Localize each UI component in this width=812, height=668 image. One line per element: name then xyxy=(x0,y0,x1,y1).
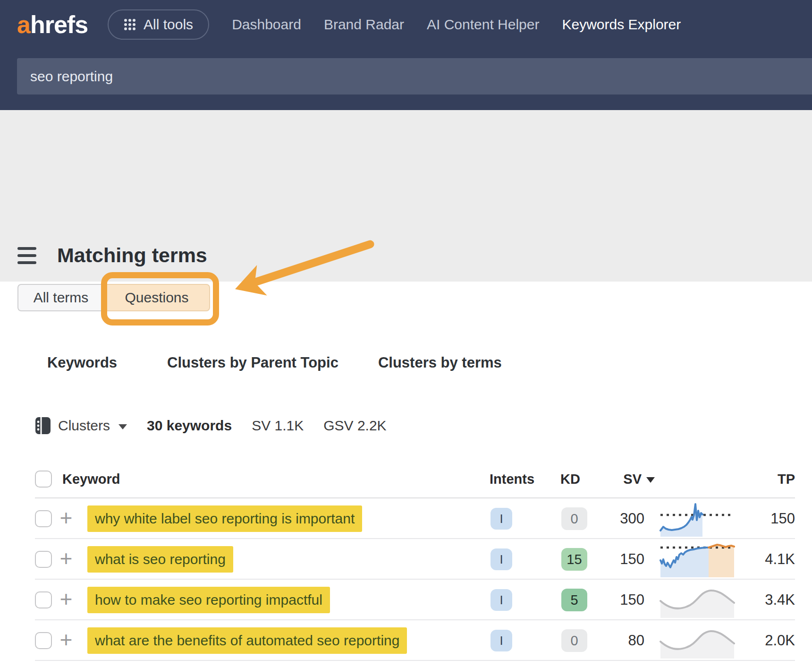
menu-icon[interactable] xyxy=(17,247,36,264)
row-checkbox[interactable] xyxy=(35,632,52,649)
trend-sparkline xyxy=(660,501,735,537)
header-kd[interactable]: KD xyxy=(556,471,593,487)
keyword-search-input[interactable] xyxy=(17,58,812,94)
tp-value: 4.1K xyxy=(735,551,795,568)
header-intents[interactable]: Intents xyxy=(490,471,556,487)
tp-value: 2.0K xyxy=(735,632,795,649)
results-tabs: Keywords Clusters by Parent Topic Cluste… xyxy=(17,334,812,392)
logo-letter-a: a xyxy=(17,11,30,38)
grid-icon xyxy=(124,18,136,31)
page-title: Matching terms xyxy=(57,244,207,267)
intent-badge[interactable]: I xyxy=(491,589,512,611)
select-all-checkbox[interactable] xyxy=(35,471,52,488)
intent-badge[interactable]: I xyxy=(491,630,512,651)
row-checkbox[interactable] xyxy=(35,510,52,527)
tab-clusters-by-terms[interactable]: Clusters by terms xyxy=(358,334,522,392)
trend-sparkline xyxy=(660,663,735,668)
table-row: + how to make seo reporting impactful I … xyxy=(17,580,795,620)
nav-link-ai-content-helper[interactable]: AI Content Helper xyxy=(427,17,539,33)
kd-badge: 5 xyxy=(561,589,587,611)
tp-value: 150 xyxy=(735,510,795,527)
clusters-panel-icon xyxy=(34,416,51,436)
table-row: + how to do seo reporting I 15 60 3.4K xyxy=(17,661,795,668)
row-checkbox[interactable] xyxy=(35,591,52,608)
chevron-down-icon xyxy=(118,424,127,429)
all-terms-button[interactable]: All terms xyxy=(17,284,103,311)
kd-badge: 15 xyxy=(561,548,587,571)
keyword-link[interactable]: how to make seo reporting impactful xyxy=(87,587,330,613)
nav-link-brand-radar[interactable]: Brand Radar xyxy=(324,17,404,33)
trend-sparkline xyxy=(660,623,735,659)
table-row: + why white label seo reporting is impor… xyxy=(17,498,795,539)
keywords-table: Keyword Intents KD SV TP + why white lab… xyxy=(17,460,795,668)
sv-value: 150 xyxy=(593,591,655,608)
kd-badge: 0 xyxy=(561,507,587,530)
add-keyword-icon[interactable]: + xyxy=(60,631,73,648)
trend-sparkline xyxy=(660,541,735,577)
sv-total: SV 1.1K xyxy=(252,418,304,434)
kd-badge: 0 xyxy=(561,629,587,652)
add-keyword-icon[interactable]: + xyxy=(60,591,73,608)
nav-links: Dashboard Brand Radar AI Content Helper … xyxy=(232,17,681,33)
intent-badge[interactable]: I xyxy=(491,508,512,530)
keyword-link[interactable]: why white label seo reporting is importa… xyxy=(87,505,362,532)
sv-value: 80 xyxy=(593,632,655,649)
logo-rest: hrefs xyxy=(30,11,88,38)
ahrefs-logo[interactable]: ahrefs xyxy=(17,10,88,39)
keyword-link[interactable]: what are the benefits of automated seo r… xyxy=(87,627,407,654)
table-header-row: Keyword Intents KD SV TP xyxy=(17,460,795,498)
table-toolbar: Clusters 30 keywords SV 1.1K GSV 2.2K xyxy=(0,392,812,460)
tab-clusters-by-parent-topic[interactable]: Clusters by Parent Topic xyxy=(147,334,358,392)
questions-button[interactable]: Questions xyxy=(103,284,210,311)
header-keyword[interactable]: Keyword xyxy=(52,471,490,487)
clusters-label: Clusters xyxy=(58,418,110,434)
keywords-count: 30 keywords xyxy=(147,418,232,434)
header-tp[interactable]: TP xyxy=(735,471,795,487)
main-content: Matching terms All terms Questions Keywo… xyxy=(0,110,812,668)
clusters-dropdown[interactable]: Clusters xyxy=(34,416,127,436)
sort-desc-icon xyxy=(646,477,655,483)
table-row: + what are the benefits of automated seo… xyxy=(17,620,795,661)
all-tools-button[interactable]: All tools xyxy=(108,9,209,40)
row-checkbox[interactable] xyxy=(35,551,52,568)
trend-sparkline xyxy=(660,582,735,618)
add-keyword-icon[interactable]: + xyxy=(60,509,73,526)
header-sv[interactable]: SV xyxy=(593,471,655,487)
table-row: + what is seo reporting I 15 150 4.1K xyxy=(17,539,795,580)
top-navigation: ahrefs All tools Dashboard Brand Radar A… xyxy=(0,0,812,110)
sv-value: 300 xyxy=(593,510,655,527)
tp-value: 3.4K xyxy=(735,591,795,608)
intent-badge[interactable]: I xyxy=(491,548,512,570)
keyword-link[interactable]: what is seo reporting xyxy=(87,546,233,573)
all-tools-label: All tools xyxy=(144,17,193,33)
gsv-total: GSV 2.2K xyxy=(323,418,386,434)
terms-filter-group: All terms Questions xyxy=(17,284,210,311)
sv-value: 150 xyxy=(593,551,655,568)
add-keyword-icon[interactable]: + xyxy=(60,550,73,567)
nav-link-dashboard[interactable]: Dashboard xyxy=(232,17,301,33)
tab-keywords[interactable]: Keywords xyxy=(17,334,147,392)
nav-link-keywords-explorer[interactable]: Keywords Explorer xyxy=(562,17,681,33)
